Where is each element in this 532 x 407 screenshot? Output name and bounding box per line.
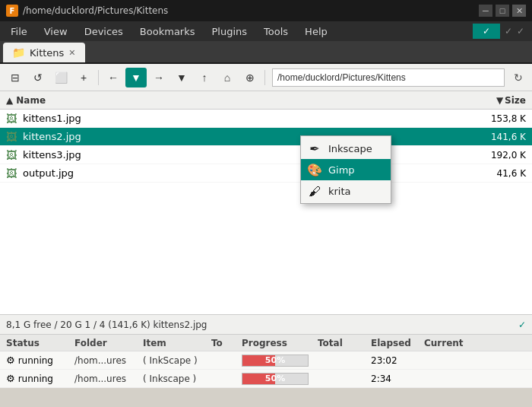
gimp-label: Gimp [328, 164, 355, 176]
inkscape-label: Inkscape [328, 143, 372, 154]
transfer-progress-1: 50% [242, 355, 318, 367]
menu-help[interactable]: Help [297, 24, 335, 40]
transfer-folder-1: /hom...ures [74, 355, 143, 366]
statusbar: 8,1 G free / 20 G 1 / 4 (141,6 K) kitten… [0, 314, 532, 334]
transfer-folder-2: /hom...ures [74, 374, 143, 384]
krita-icon: 🖌 [307, 183, 322, 199]
tab-kittens[interactable]: 📁 Kittens ✕ [3, 43, 85, 62]
menu-plugins[interactable]: Plugins [204, 24, 255, 40]
up-button[interactable]: ↑ [194, 68, 215, 87]
statusbar-checkmark: ✓ [518, 320, 526, 330]
col-current: Current [424, 338, 477, 348]
toolbar-separator-1 [98, 70, 99, 85]
file-size: 141,6 K [465, 132, 526, 142]
file-name: kittens2.jpg [23, 131, 465, 142]
file-name: output.jpg [23, 167, 465, 179]
transfer-status-2: ⚙ running [6, 373, 74, 384]
running-label-1: running [18, 355, 53, 366]
file-name: kittens1.jpg [23, 113, 465, 124]
empty-area [0, 183, 532, 314]
file-size: 153,8 K [465, 113, 526, 124]
toolbar-separator-2 [264, 70, 265, 85]
name-column-header[interactable]: Name [16, 95, 46, 106]
running-label-2: running [18, 374, 53, 384]
history-dropdown-button[interactable]: ▼ [125, 68, 147, 87]
toolbar: ⊟ ↺ ⬜ + ← ▼ → ▼ ↑ ⌂ ⊕ /home/ducklord/Pic… [0, 64, 532, 91]
file-icon: 🖼 [6, 131, 23, 143]
file-name: kittens3.jpg [23, 149, 465, 161]
context-dropdown: ✒ Inkscape 🎨 Gimp 🖌 krita [300, 135, 391, 204]
size-column-header[interactable]: ▼ Size [465, 95, 526, 106]
check-icon-1: ✓ [505, 26, 512, 37]
col-total: Total [318, 338, 371, 348]
transfer-item-1: ( InkScape ) [143, 355, 211, 366]
transfer-elapsed-1: 23:02 [371, 355, 424, 366]
col-item: Item [143, 338, 211, 348]
back-button[interactable]: ← [103, 68, 124, 87]
col-folder: Folder [74, 338, 143, 348]
transfer-status-1: ⚙ running [6, 355, 74, 366]
transfer-item-2: ( Inkscape ) [143, 374, 211, 384]
menu-view[interactable]: View [36, 24, 75, 40]
file-row[interactable]: 🖼 output.jpg 41,6 K [0, 164, 532, 183]
menu-file[interactable]: File [3, 24, 35, 40]
transfer-panel: Status Folder Item To Progress Total Ela… [0, 334, 532, 388]
dropdown-item-gimp[interactable]: 🎨 Gimp [301, 159, 391, 180]
transfer-progress-2: 50% [242, 373, 318, 385]
file-size: 41,6 K [465, 168, 526, 179]
forward-dropdown-button[interactable]: ▼ [171, 68, 192, 87]
check-icon-2: ✓ [517, 26, 524, 37]
tabbar: 📁 Kittens ✕ [0, 41, 532, 64]
titlebar: F /home/ducklord/Pictures/Kittens ─ □ ✕ [0, 0, 532, 21]
tab-close-button[interactable]: ✕ [68, 48, 75, 58]
transfer-row: ⚙ running /hom...ures ( InkScape ) 50% 2… [0, 351, 532, 370]
dropdown-item-krita[interactable]: 🖌 krita [301, 180, 391, 202]
gimp-icon: 🎨 [307, 162, 322, 177]
app-icon: F [6, 5, 18, 17]
home-button[interactable]: ⌂ [217, 68, 238, 87]
column-header: ▲ Name ▼ Size [0, 91, 532, 110]
col-progress: Progress [242, 338, 318, 348]
menu-tools[interactable]: Tools [256, 24, 296, 40]
menu-devices[interactable]: Devices [77, 24, 131, 40]
file-row[interactable]: 🖼 kittens1.jpg 153,8 K [0, 110, 532, 128]
krita-label: krita [328, 186, 351, 197]
transfer-header-row: Status Folder Item To Progress Total Ela… [0, 335, 532, 351]
bookmark-button[interactable]: ⊕ [239, 68, 261, 87]
maximize-button[interactable]: □ [496, 5, 509, 17]
size-sort-icon: ▼ [496, 95, 503, 106]
tab-folder-icon: 📁 [12, 46, 25, 59]
window-title: /home/ducklord/Pictures/Kittens [23, 5, 168, 16]
new-tab-button[interactable]: ⊟ [5, 68, 26, 87]
file-icon: 🖼 [6, 167, 23, 180]
transfer-elapsed-2: 2:34 [371, 374, 424, 384]
gear-icon-1: ⚙ [6, 355, 15, 366]
col-elapsed: Elapsed [371, 338, 424, 348]
inkscape-icon: ✒ [307, 141, 322, 156]
file-row[interactable]: 🖼 kittens3.jpg 192,0 K [0, 146, 532, 164]
confirm-button[interactable]: ✓ [473, 24, 500, 39]
menubar: File View Devices Bookmarks Plugins Tool… [0, 21, 473, 41]
address-input[interactable]: /home/ducklord/Pictures/Kittens [272, 68, 505, 87]
file-icon: 🖼 [6, 113, 23, 125]
tab-label: Kittens [30, 47, 64, 59]
minimize-button[interactable]: ─ [479, 5, 492, 17]
forward-button[interactable]: → [148, 68, 169, 87]
close-button[interactable]: ✕ [512, 5, 526, 17]
sort-icon: ▲ [6, 95, 13, 106]
new-folder-button[interactable]: + [73, 68, 94, 87]
view-button[interactable]: ⬜ [50, 68, 71, 87]
file-size: 192,0 K [465, 150, 526, 161]
col-status: Status [6, 338, 74, 348]
menu-bookmarks[interactable]: Bookmarks [132, 24, 203, 40]
dropdown-item-inkscape[interactable]: ✒ Inkscape [301, 138, 391, 159]
address-refresh-button[interactable]: ↻ [509, 68, 527, 87]
statusbar-text: 8,1 G free / 20 G 1 / 4 (141,6 K) kitten… [6, 320, 207, 330]
file-row[interactable]: 🖼 kittens2.jpg 141,6 K [0, 128, 532, 146]
window-controls: ─ □ ✕ [479, 5, 526, 17]
transfer-row: ⚙ running /hom...ures ( Inkscape ) 50% 2… [0, 370, 532, 388]
gear-icon-2: ⚙ [6, 373, 15, 384]
file-icon: 🖼 [6, 149, 23, 161]
refresh-button[interactable]: ↺ [27, 68, 49, 87]
col-to: To [211, 338, 242, 348]
